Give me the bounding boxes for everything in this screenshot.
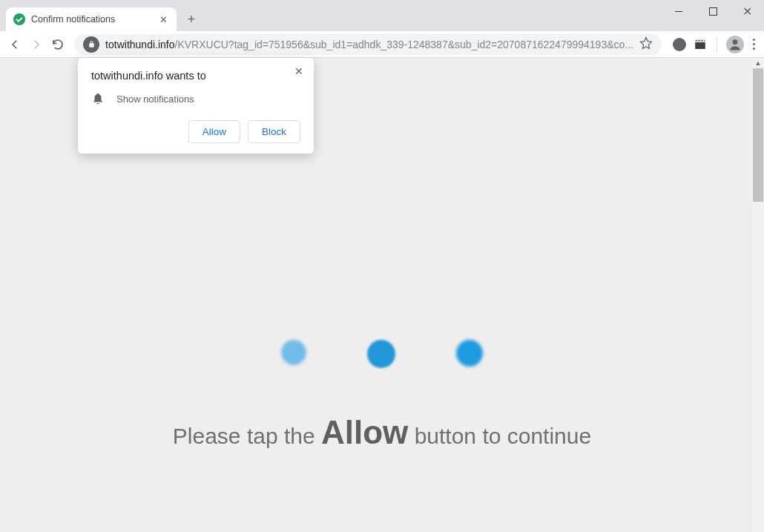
loader-dot	[367, 340, 395, 368]
popup-close-button[interactable]: ✕	[292, 64, 306, 79]
permission-title: totwithundi.info wants to	[91, 70, 300, 82]
new-tab-button[interactable]: +	[181, 9, 202, 30]
url-text: totwithundi.info/KVRXUCU?tag_id=751956&s…	[105, 39, 633, 50]
tab-close-button[interactable]: ✕	[157, 13, 169, 25]
window-minimize-button[interactable]	[662, 0, 696, 22]
window-titlebar	[0, 0, 764, 6]
svg-point-0	[733, 39, 738, 45]
loading-dots	[281, 340, 483, 368]
extension-icon[interactable]	[672, 37, 687, 52]
lock-icon	[83, 36, 99, 53]
permission-buttons: Allow Block	[91, 120, 300, 143]
block-button[interactable]: Block	[248, 120, 300, 143]
vertical-scrollbar[interactable]: ▲	[752, 58, 764, 532]
browser-menu-button[interactable]	[750, 36, 758, 53]
forward-button[interactable]	[27, 34, 46, 55]
permission-request-text: Show notifications	[116, 93, 194, 105]
notification-permission-popup: ✕ totwithundi.info wants to Show notific…	[78, 58, 314, 154]
tab-strip: Confirm notifications ✕ +	[0, 6, 764, 31]
permission-request-row: Show notifications	[91, 92, 300, 105]
allow-button[interactable]: Allow	[188, 120, 240, 143]
extensions-area	[669, 36, 758, 53]
browser-toolbar: totwithundi.info/KVRXUCU?tag_id=751956&s…	[0, 31, 764, 58]
bell-icon	[91, 92, 105, 105]
instruction-text: Please tap the Allow button to continue	[0, 414, 764, 451]
loader-dot	[456, 340, 483, 367]
address-bar[interactable]: totwithundi.info/KVRXUCU?tag_id=751956&s…	[74, 34, 662, 55]
window-close-button[interactable]: ✕	[730, 0, 764, 22]
profile-avatar[interactable]	[726, 36, 744, 53]
browser-tab[interactable]: Confirm notifications ✕	[6, 7, 177, 31]
check-circle-icon	[13, 13, 25, 25]
scroll-up-arrow[interactable]: ▲	[752, 58, 764, 68]
clapperboard-icon[interactable]	[693, 37, 708, 52]
reload-button[interactable]	[48, 34, 67, 55]
window-maximize-button[interactable]	[696, 0, 730, 22]
loader-dot	[281, 340, 306, 365]
bookmark-star-icon[interactable]	[639, 36, 653, 53]
tab-title: Confirm notifications	[31, 14, 151, 24]
scrollbar-thumb[interactable]	[753, 68, 763, 202]
window-controls: ✕	[662, 0, 764, 22]
back-button[interactable]	[6, 34, 24, 55]
toolbar-divider	[717, 37, 717, 52]
